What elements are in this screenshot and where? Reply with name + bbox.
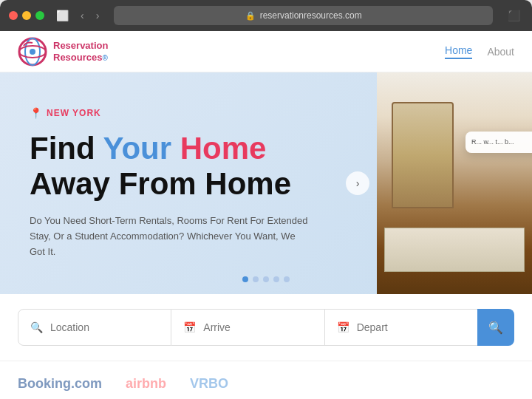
carousel-next-button[interactable]: › xyxy=(346,171,369,195)
arrive-calendar-icon: 📅 xyxy=(183,321,196,333)
logo[interactable]: Reservation Resources® xyxy=(18,37,108,66)
hero-section: 📍 NEW YORK Find Your Home Away From Home… xyxy=(0,72,532,294)
svg-point-3 xyxy=(30,49,35,55)
pin-icon: 📍 xyxy=(30,107,42,119)
hero-title-line2: Away From Home xyxy=(30,166,291,201)
partner-booking: Booking.com xyxy=(18,376,102,392)
website-content: Reservation Resources® Home About 📍 NEW … xyxy=(0,31,532,399)
lock-icon: 🔒 xyxy=(245,11,256,21)
search-bar: 🔍 📅 📅 🔍 xyxy=(0,294,532,361)
traffic-light-green[interactable] xyxy=(35,11,44,20)
hero-title-your: Your xyxy=(103,131,172,166)
overlay-card: R... w... t... b... xyxy=(466,132,532,153)
carousel-dot-1[interactable] xyxy=(242,276,248,282)
depart-input[interactable] xyxy=(357,321,466,333)
search-button[interactable]: 🔍 xyxy=(477,309,514,346)
url-text: reservationresources.com xyxy=(260,10,362,21)
traffic-light-red[interactable] xyxy=(9,11,18,20)
location-text: NEW YORK xyxy=(47,108,101,118)
browser-actions: ⬛ xyxy=(505,7,523,24)
nav-link-about[interactable]: About xyxy=(487,46,514,58)
extensions-button[interactable]: ⬛ xyxy=(505,7,523,24)
hero-title-find: Find xyxy=(30,131,103,166)
navigation: Reservation Resources® Home About xyxy=(0,31,532,72)
hero-image-area: R... w... t... b... xyxy=(377,72,532,294)
browser-chrome: ⬜ ‹ › 🔒 reservationresources.com ⬛ xyxy=(0,0,532,31)
depart-calendar-icon: 📅 xyxy=(337,321,349,333)
carousel-dots xyxy=(242,276,290,282)
hero-title-home: Home xyxy=(180,131,267,166)
carousel-dot-4[interactable] xyxy=(273,276,279,282)
location-search-icon: 🔍 xyxy=(30,321,43,333)
hero-title: Find Your Home Away From Home xyxy=(30,131,347,202)
carousel-dot-3[interactable] xyxy=(263,276,269,282)
arrive-field[interactable]: 📅 xyxy=(171,309,324,346)
overlay-text: R... w... t... b... xyxy=(471,137,532,147)
nav-link-home[interactable]: Home xyxy=(445,44,472,59)
bed-frame xyxy=(384,228,525,272)
address-bar[interactable]: 🔒 reservationresources.com xyxy=(114,6,493,25)
hero-title-space xyxy=(171,131,180,166)
nav-links: Home About xyxy=(445,44,514,59)
search-submit-icon: 🔍 xyxy=(488,321,503,335)
partner-airbnb: airbnb xyxy=(126,376,166,392)
depart-field[interactable]: 📅 xyxy=(325,309,478,346)
partners-section: Booking.com airbnb VRBO xyxy=(0,361,532,399)
sidebar-toggle-button[interactable]: ⬜ xyxy=(53,7,72,24)
location-badge: 📍 NEW YORK xyxy=(30,107,347,119)
room-photo: R... w... t... b... xyxy=(377,72,532,294)
carousel-dot-2[interactable] xyxy=(253,276,259,282)
carousel-dot-5[interactable] xyxy=(284,276,290,282)
hero-subtitle: Do You Need Short-Term Rentals, Rooms Fo… xyxy=(30,214,310,259)
traffic-light-yellow[interactable] xyxy=(22,11,31,20)
traffic-lights xyxy=(9,11,44,20)
forward-button[interactable]: › xyxy=(93,7,103,24)
back-button[interactable]: ‹ xyxy=(78,7,87,24)
hero-content: 📍 NEW YORK Find Your Home Away From Home… xyxy=(0,72,377,294)
location-field[interactable]: 🔍 xyxy=(18,309,171,346)
partner-vrbo: VRBO xyxy=(190,376,228,392)
location-input[interactable] xyxy=(50,321,159,333)
logo-icon xyxy=(18,37,47,66)
arrive-input[interactable] xyxy=(203,321,312,333)
logo-text: Reservation Resources® xyxy=(53,40,108,63)
